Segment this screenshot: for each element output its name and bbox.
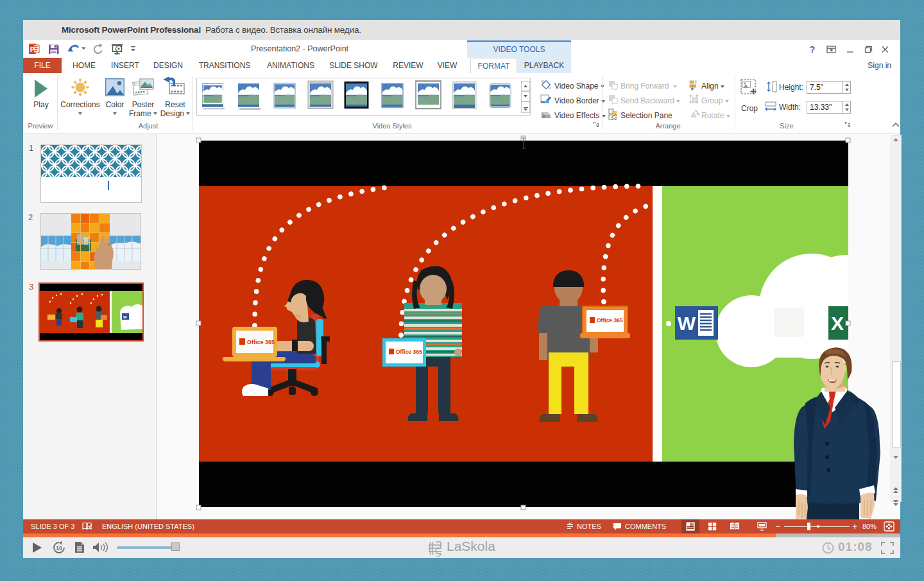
svg-text:P: P: [30, 46, 35, 53]
svg-text:w: w: [123, 315, 127, 319]
svg-text:?: ?: [810, 44, 816, 55]
svg-text:10: 10: [56, 545, 62, 551]
